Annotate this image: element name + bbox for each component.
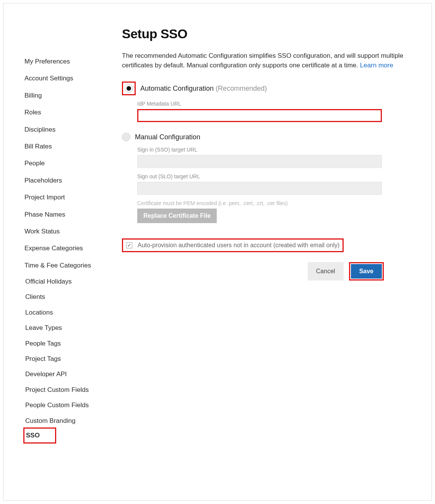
sidebar-item-project-import[interactable]: Project Import	[24, 189, 103, 206]
sidebar-item-phase-names[interactable]: Phase Names	[24, 206, 103, 223]
auto-config-label: Automatic Configuration (Recommended)	[140, 85, 267, 93]
signin-url-input	[137, 155, 382, 168]
sidebar-item-sso[interactable]: SSO	[24, 429, 55, 442]
app-frame: My Preferences Account Settings Billing …	[3, 3, 432, 501]
auto-config-radio[interactable]	[125, 84, 133, 93]
sidebar-item-expense-categories[interactable]: Expense Categories	[24, 240, 103, 257]
auto-config-hint: (Recommended)	[216, 85, 267, 92]
intro-text: The recommended Automatic Configuration …	[122, 51, 412, 70]
manual-config-block: Manual Configuration Sign in (SSO) targe…	[122, 133, 412, 223]
signout-url-input	[137, 182, 382, 195]
sidebar-item-locations[interactable]: Locations	[24, 305, 103, 320]
sidebar-item-clients[interactable]: Clients	[24, 289, 103, 305]
sidebar-item-project-tags[interactable]: Project Tags	[24, 351, 103, 367]
sidebar-item-work-status[interactable]: Work Status	[24, 223, 103, 240]
sidebar-item-people[interactable]: People	[24, 155, 103, 172]
auto-radio-highlight	[122, 82, 136, 95]
auto-provision-label: Auto-provision authenticated users not i…	[138, 242, 339, 249]
sidebar-item-time-fee-categories[interactable]: Time & Fee Categories	[24, 257, 103, 274]
sidebar-item-my-preferences[interactable]: My Preferences	[24, 53, 103, 70]
form-actions: Cancel Save	[122, 262, 384, 281]
manual-config-radio[interactable]	[122, 133, 130, 141]
sidebar-item-people-custom-fields[interactable]: People Custom Fields	[24, 398, 103, 413]
sidebar-item-bill-rates[interactable]: Bill Rates	[24, 138, 103, 155]
auto-config-label-text: Automatic Configuration	[140, 85, 214, 92]
learn-more-link[interactable]: Learn more	[360, 62, 393, 69]
sidebar-item-developer-api[interactable]: Developer API	[24, 367, 103, 382]
sidebar-item-people-tags[interactable]: People Tags	[24, 336, 103, 351]
sidebar-item-project-custom-fields[interactable]: Project Custom Fields	[24, 382, 103, 398]
settings-sidebar: My Preferences Account Settings Billing …	[3, 3, 103, 442]
save-button[interactable]: Save	[351, 264, 382, 279]
manual-config-label: Manual Configuration	[135, 133, 200, 141]
replace-certificate-button: Replace Certificate File	[137, 209, 217, 223]
auto-config-block: Automatic Configuration (Recommended) Id…	[122, 82, 412, 122]
signout-url-label: Sign out (SLO) target URL	[137, 173, 412, 179]
auto-provision-row: ✓ Auto-provision authenticated users not…	[122, 238, 344, 252]
sidebar-item-billing[interactable]: Billing	[24, 87, 103, 104]
idp-metadata-input[interactable]	[137, 109, 382, 122]
sidebar-item-placeholders[interactable]: Placeholders	[24, 172, 103, 189]
save-highlight: Save	[349, 262, 384, 281]
signin-url-label: Sign in (SSO) target URL	[137, 147, 412, 153]
main-content: Setup SSO The recommended Automatic Conf…	[103, 3, 432, 442]
cancel-button[interactable]: Cancel	[308, 262, 344, 281]
sidebar-item-official-holidays[interactable]: Official Holidays	[24, 274, 103, 289]
sidebar-item-account-settings[interactable]: Account Settings	[24, 70, 103, 87]
sidebar-item-disciplines[interactable]: Disciplines	[24, 121, 103, 138]
sidebar-item-roles[interactable]: Roles	[24, 104, 103, 121]
auto-provision-checkbox[interactable]: ✓	[126, 242, 132, 248]
cert-note: Certificate must be PEM encoded (i.e .pe…	[137, 200, 412, 206]
sidebar-item-custom-branding[interactable]: Custom Branding	[24, 413, 103, 429]
idp-metadata-label: IdP Metadata URL	[137, 101, 412, 107]
page-title: Setup SSO	[122, 26, 412, 41]
sidebar-item-leave-types[interactable]: Leave Types	[24, 320, 103, 336]
